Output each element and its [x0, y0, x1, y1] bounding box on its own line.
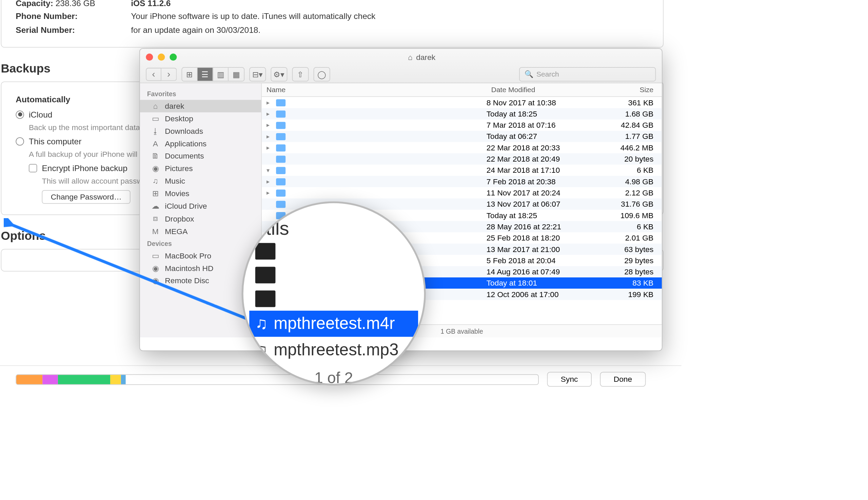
folder-icon	[276, 133, 286, 140]
file-date: Today at 18:25	[487, 110, 602, 118]
sidebar-item-label: Macintosh HD	[165, 264, 213, 273]
sidebar-item-label: iCloud Drive	[165, 202, 207, 211]
file-row[interactable]: 22 Mar 2018 at 20:49 20 bytes	[262, 154, 662, 164]
file-date: Today at 06:27	[487, 132, 602, 140]
share-button[interactable]: ⇧	[292, 67, 309, 81]
sidebar-icon: ◉	[151, 164, 160, 173]
finder-zoom-icon[interactable]	[169, 54, 177, 61]
file-date: 14 Aug 2016 at 07:49	[487, 267, 602, 276]
icon-view-icon[interactable]: ⊞	[182, 68, 198, 81]
sidebar-item-label: Dropbox	[165, 214, 194, 223]
finder-close-icon[interactable]	[146, 54, 153, 61]
sidebar-item-label: Desktop	[165, 114, 193, 123]
file-date: 13 Mar 2017 at 21:00	[487, 245, 602, 254]
sync-button[interactable]: Sync	[547, 372, 592, 387]
favorites-header: Favorites	[140, 88, 261, 100]
disclosure-icon[interactable]: ▸	[267, 99, 272, 106]
finder-sidebar-item[interactable]: 🗎Documents	[140, 150, 261, 162]
file-size: 2.12 GB	[602, 188, 662, 197]
summary-panel: Capacity: 238.36 GB Phone Number: Serial…	[1, 0, 664, 48]
finder-sidebar-item[interactable]: ⊞Movies	[140, 187, 261, 200]
auto-backup-label: Automatically	[15, 94, 70, 104]
sidebar-icon: ⧈	[151, 214, 160, 223]
file-row[interactable]: ▸ Today at 18:25 1.68 GB	[262, 108, 662, 119]
change-password-button[interactable]: Change Password…	[42, 190, 131, 203]
file-date: 7 Feb 2018 at 20:38	[487, 177, 602, 186]
list-view-icon[interactable]: ☰	[198, 68, 213, 81]
search-icon: 🔍	[524, 70, 533, 79]
finder-sidebar-item[interactable]: ⭳Downloads	[140, 125, 261, 137]
finder-search-input[interactable]: 🔍Search	[519, 67, 656, 81]
view-mode-segment[interactable]: ⊞ ☰ ▥ ▦	[181, 67, 244, 81]
file-size: 1.77 GB	[602, 132, 662, 140]
serial-label: Serial Number:	[15, 25, 75, 35]
file-size: 1.68 GB	[602, 110, 662, 118]
col-name[interactable]: Name	[262, 83, 487, 96]
finder-sidebar-item[interactable]: ☁iCloud Drive	[140, 200, 261, 212]
finder-title: ⌂darek	[408, 53, 435, 61]
arrange-dropdown[interactable]: ⊟▾	[249, 67, 266, 81]
magnifier-overlay: otils ♫mpthreetest.m4r ♫mpthreetest.mp3 …	[242, 202, 425, 386]
file-row[interactable]: ▸ 7 Mar 2018 at 07:16 42.84 GB	[262, 120, 662, 131]
col-date[interactable]: Date Modified	[487, 83, 602, 96]
disclosure-icon[interactable]: ▸	[267, 178, 272, 185]
file-date: 22 Mar 2018 at 20:49	[487, 155, 602, 163]
finder-sidebar-item[interactable]: ▭MacBook Pro	[140, 250, 261, 262]
home-icon: ⌂	[408, 53, 413, 61]
folder-icon	[276, 144, 286, 151]
file-date: 12 Oct 2006 at 17:00	[487, 290, 602, 299]
mag-row-selected: ♫mpthreetest.m4r	[249, 311, 418, 337]
file-date: Today at 18:25	[487, 211, 602, 220]
finder-sidebar-item[interactable]: MMEGA	[140, 225, 261, 238]
finder-sidebar-item[interactable]: AApplications	[140, 137, 261, 150]
finder-forward-button[interactable]: ›	[162, 68, 177, 81]
finder-sidebar-item[interactable]: ▭Desktop	[140, 113, 261, 125]
file-row[interactable]: ▸ 7 Feb 2018 at 20:38 4.98 GB	[262, 176, 662, 187]
finder-back-button[interactable]: ‹	[146, 68, 162, 81]
finder-sidebar-item[interactable]: ⧈Dropbox	[140, 212, 261, 225]
ios-version: iOS 11.2.6	[131, 0, 170, 8]
sidebar-icon: ♫	[151, 177, 160, 185]
finder-sidebar-item[interactable]: ◉Macintosh HD	[140, 262, 261, 274]
column-view-icon[interactable]: ▥	[213, 68, 229, 81]
disclosure-icon[interactable]: ▸	[267, 144, 272, 151]
file-row[interactable]: ▸ 8 Nov 2017 at 10:38 361 KB	[262, 97, 662, 108]
disclosure-icon[interactable]: ▸	[267, 133, 272, 139]
file-size: 109.6 MB	[602, 211, 662, 220]
finder-sidebar-item[interactable]: ⌂darek	[140, 100, 261, 113]
done-button[interactable]: Done	[600, 372, 646, 387]
sidebar-item-label: Movies	[165, 189, 189, 198]
col-size[interactable]: Size	[602, 83, 662, 96]
devices-header: Devices	[140, 238, 261, 249]
sidebar-icon: ⌂	[151, 102, 160, 111]
sidebar-icon: A	[151, 139, 160, 148]
finder-sidebar-item[interactable]: ◉Pictures	[140, 162, 261, 175]
tags-button[interactable]: ◯	[314, 67, 330, 81]
phone-label: Phone Number:	[15, 12, 78, 21]
disclosure-icon[interactable]: ▸	[267, 111, 272, 117]
file-date: 5 Feb 2018 at 20:04	[487, 256, 602, 265]
file-size: 446.2 MB	[602, 143, 662, 152]
finder-minimize-icon[interactable]	[158, 54, 165, 61]
sidebar-item-label: Remote Disc	[165, 276, 209, 285]
sidebar-item-label: Downloads	[165, 127, 203, 136]
file-row[interactable]: ▾ 24 Mar 2018 at 17:10 6 KB	[262, 164, 662, 176]
file-date: Today at 18:01	[487, 279, 602, 287]
file-row[interactable]: ▸ Today at 06:27 1.77 GB	[262, 131, 662, 142]
file-date: 22 Mar 2018 at 20:33	[487, 143, 602, 152]
column-headers[interactable]: Name Date Modified Size	[262, 83, 662, 97]
disclosure-icon[interactable]: ▸	[267, 189, 272, 196]
sidebar-icon: ⭳	[151, 127, 160, 136]
disclosure-icon[interactable]: ▾	[267, 167, 272, 173]
sidebar-icon: ◉	[151, 276, 160, 285]
file-row[interactable]: ▸ 22 Mar 2018 at 20:33 446.2 MB	[262, 142, 662, 153]
action-dropdown[interactable]: ⚙▾	[270, 67, 287, 81]
finder-sidebar-item[interactable]: ♫Music	[140, 175, 261, 188]
file-row[interactable]: ▸ 11 Nov 2017 at 20:24 2.12 GB	[262, 187, 662, 198]
sidebar-item-label: Pictures	[165, 164, 192, 173]
disclosure-icon[interactable]: ▸	[267, 122, 272, 128]
sidebar-item-label: Applications	[165, 139, 207, 148]
gallery-view-icon[interactable]: ▦	[229, 68, 244, 81]
storage-usage-bar	[15, 374, 539, 385]
file-date: 13 Nov 2017 at 06:07	[487, 200, 602, 208]
